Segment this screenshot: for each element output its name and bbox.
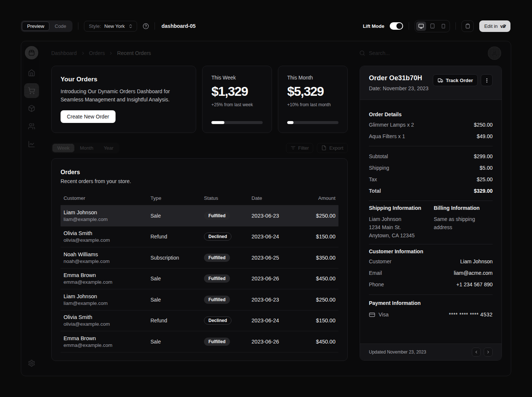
- this-month-progress: [287, 121, 338, 124]
- next-order-button[interactable]: [484, 348, 493, 357]
- lift-mode-toggle[interactable]: [390, 22, 403, 30]
- column-header-date: Date: [249, 191, 304, 205]
- style-select-value: New York: [104, 23, 125, 29]
- email-row: Email liam@acme.com: [369, 267, 493, 279]
- chevron-right-icon: [108, 51, 113, 56]
- order-type: Sale: [147, 272, 201, 285]
- sidebar: [21, 41, 42, 376]
- more-vertical-icon: [484, 78, 490, 83]
- block-title: dashboard-05: [162, 23, 196, 29]
- item-price: $250.00: [474, 122, 493, 128]
- status-badge: Declined: [204, 232, 231, 241]
- order-type: Sale: [147, 335, 201, 348]
- your-orders-card: Your Orders Introducing Our Dynamic Orde…: [51, 66, 196, 133]
- settings-icon: [28, 359, 35, 367]
- track-order-label: Track Order: [446, 78, 473, 83]
- sidebar-item-dashboard[interactable]: [24, 65, 39, 80]
- customer-name: Noah Williams: [64, 251, 145, 257]
- package2-icon: [28, 49, 35, 56]
- desktop-view-button[interactable]: [416, 22, 426, 31]
- customer-row: Customer Liam Johnson: [369, 256, 493, 267]
- order-amount: $350.00: [304, 251, 338, 264]
- search-box: [359, 50, 482, 56]
- store-logo-button[interactable]: [25, 46, 38, 59]
- order-detail-body: Order Details Glimmer Lamps x 2 $250.00 …: [360, 100, 502, 344]
- tab-year[interactable]: Year: [99, 144, 118, 152]
- orders-main-column: Your Orders Introducing Our Dynamic Orde…: [51, 66, 348, 361]
- table-row[interactable]: Noah Williamsnoah@example.com Subscripti…: [61, 247, 338, 269]
- your-orders-title: Your Orders: [61, 76, 187, 83]
- table-row[interactable]: Liam Johnsonliam@example.com Sale Fulfil…: [61, 205, 338, 227]
- filter-label: Filter: [298, 145, 309, 151]
- sidebar-item-analytics[interactable]: [24, 137, 39, 152]
- table-row[interactable]: Emma Brownemma@example.com Sale Fulfille…: [61, 269, 338, 290]
- customer-email: noah@example.com: [64, 258, 145, 264]
- divider: [369, 295, 493, 295]
- order-date: 2023-06-26: [249, 335, 304, 348]
- toolbar-divider: [155, 22, 155, 30]
- more-options-button[interactable]: [481, 74, 493, 86]
- tablet-view-button[interactable]: [427, 22, 437, 31]
- orders-table: Customer Type Status Date Amount Liam Jo…: [61, 191, 338, 352]
- order-amount: $450.00: [304, 272, 338, 285]
- export-button[interactable]: Export: [317, 143, 348, 153]
- table-row[interactable]: Olivia Smitholivia@example.com Refund De…: [61, 227, 338, 248]
- this-month-label: This Month: [287, 75, 338, 81]
- divider: [369, 244, 493, 244]
- filter-button[interactable]: Filter: [286, 143, 314, 153]
- column-header-status: Status: [201, 191, 249, 205]
- sidebar-item-customers[interactable]: [24, 119, 39, 134]
- user-avatar[interactable]: [488, 46, 501, 60]
- lift-mode-label: Lift Mode: [363, 23, 385, 29]
- help-icon[interactable]: [143, 23, 149, 29]
- mobile-view-button[interactable]: [438, 22, 448, 31]
- tab-month[interactable]: Month: [75, 144, 98, 152]
- phone-label: Phone: [369, 282, 384, 287]
- column-header-amount: Amount: [304, 191, 338, 205]
- track-order-button[interactable]: Track Order: [433, 74, 478, 86]
- order-item-row: Glimmer Lamps x 2 $250.00: [369, 119, 493, 130]
- status-badge: Fulfilled: [204, 212, 230, 220]
- edit-in-v0-button[interactable]: Edit in v0: [479, 20, 510, 32]
- sidebar-item-orders[interactable]: [24, 83, 39, 98]
- phone-value: +1 234 567 890: [456, 282, 493, 287]
- sidebar-item-products[interactable]: [24, 101, 39, 116]
- item-name: Aqua Filters x 1: [369, 133, 405, 139]
- export-label: Export: [329, 145, 343, 151]
- create-new-order-button[interactable]: Create New Order: [61, 110, 116, 123]
- subtotal-label: Subtotal: [369, 153, 388, 159]
- breadcrumb-dashboard[interactable]: Dashboard: [51, 50, 77, 56]
- search-input[interactable]: [369, 50, 482, 56]
- phone-row: Phone +1 234 567 890: [369, 279, 493, 290]
- sidebar-item-settings[interactable]: [24, 356, 39, 371]
- order-date-label: Date: November 23, 2023: [369, 85, 428, 91]
- order-date: 2023-06-23: [249, 209, 304, 222]
- line-chart-icon: [28, 140, 35, 148]
- table-row[interactable]: Olivia Smitholivia@example.com Refund De…: [61, 310, 338, 332]
- style-select[interactable]: Style: New York: [84, 21, 137, 32]
- tab-week[interactable]: Week: [52, 144, 74, 152]
- preview-frame: Dashboard Orders Recent Orders Your Orde…: [21, 41, 511, 376]
- customer-name: Olivia Smith: [64, 314, 145, 320]
- tab-preview[interactable]: Preview: [22, 22, 49, 31]
- orders-description: Recent orders from your store.: [61, 178, 338, 184]
- previous-order-button[interactable]: [472, 348, 481, 357]
- breadcrumb-orders[interactable]: Orders: [89, 50, 105, 56]
- customer-name: Olivia Smith: [64, 230, 145, 236]
- divider: [369, 201, 493, 201]
- toggle-knob: [396, 23, 402, 29]
- column-header-type: Type: [147, 191, 201, 205]
- table-row[interactable]: Emma Brownemma@example.com Sale Fulfille…: [61, 331, 338, 352]
- copy-code-button[interactable]: [461, 20, 474, 32]
- shipping-information: Shipping Information Liam Johnson 1234 M…: [369, 205, 428, 240]
- customer-email: emma@example.com: [64, 342, 145, 348]
- home-icon: [28, 69, 35, 77]
- customer-email: liam@example.com: [64, 217, 145, 222]
- top-toolbar: Preview Code Style: New York dashboard-0…: [21, 17, 510, 35]
- tab-code[interactable]: Code: [49, 22, 71, 31]
- shipping-label: Shipping: [369, 165, 389, 171]
- order-detail-header: Order Oe31b70H Date: November 23, 2023 T…: [360, 66, 502, 100]
- table-row[interactable]: Liam Johnsonliam@example.com Sale Fulfil…: [61, 289, 338, 310]
- order-amount: $250.00: [304, 209, 338, 222]
- order-id-title: Order Oe31b70H: [369, 74, 428, 82]
